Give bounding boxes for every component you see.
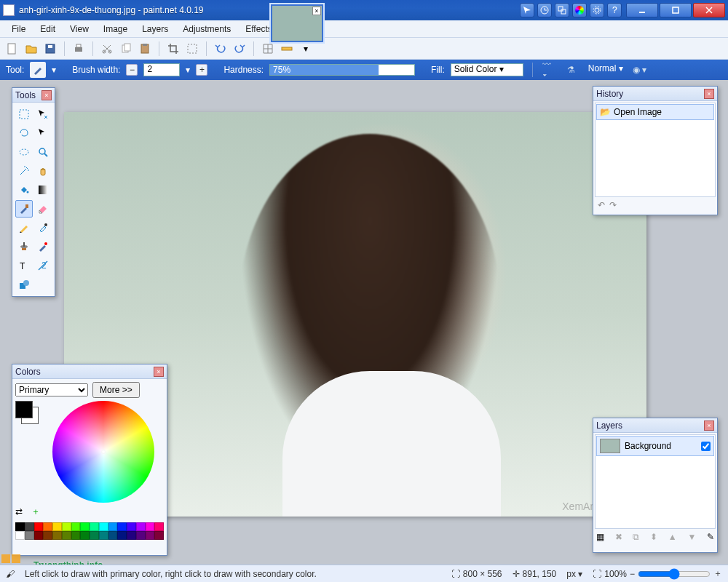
- rectangle-select-icon[interactable]: [15, 105, 33, 123]
- colors-panel[interactable]: Colors × Primary More >> ⇄ ＋: [12, 364, 167, 556]
- tools-panel-close-icon[interactable]: ×: [41, 90, 52, 100]
- color-mode-dropdown[interactable]: Primary: [15, 383, 88, 396]
- paint-bucket-icon[interactable]: [15, 181, 33, 199]
- brush-decrease-button[interactable]: −: [126, 64, 138, 76]
- menu-view[interactable]: View: [64, 22, 95, 36]
- antialias-icon[interactable]: 〰 ▾: [542, 62, 558, 78]
- pan-icon[interactable]: [34, 162, 52, 180]
- new-file-button[interactable]: [4, 41, 20, 57]
- palette-swatch[interactable]: [136, 522, 146, 531]
- dropdown-icon[interactable]: ▾: [298, 41, 314, 57]
- move-selection-icon[interactable]: [34, 105, 52, 123]
- layer-properties-icon[interactable]: ✎: [707, 532, 714, 542]
- palette-swatch[interactable]: [127, 522, 136, 531]
- help-icon[interactable]: ?: [607, 3, 622, 17]
- layers-panel-header[interactable]: Layers ×: [593, 418, 717, 433]
- palette-swatch[interactable]: [80, 522, 90, 531]
- history-panel-close-icon[interactable]: ×: [704, 89, 714, 99]
- palette-swatch[interactable]: [117, 531, 127, 540]
- active-tool-icon[interactable]: [30, 62, 46, 78]
- document-thumbnail[interactable]: ×: [271, 4, 323, 42]
- brush-dropdown-icon[interactable]: ▾: [186, 65, 190, 75]
- blend-flask-icon[interactable]: ⚗: [563, 62, 579, 78]
- color-wheel[interactable]: [52, 401, 154, 503]
- palette-swatch[interactable]: [146, 531, 155, 540]
- primary-color-swatch[interactable]: [15, 401, 33, 418]
- palette-swatch[interactable]: [25, 522, 34, 531]
- palette-swatch[interactable]: [62, 522, 71, 531]
- palette-swatch[interactable]: [43, 522, 52, 531]
- text-icon[interactable]: T: [15, 257, 33, 274]
- palette-swatch[interactable]: [90, 531, 99, 540]
- palette-swatch[interactable]: [154, 531, 164, 540]
- palette-swatch[interactable]: [71, 522, 81, 531]
- history-undo-icon[interactable]: ↶: [598, 200, 605, 210]
- layer-visible-checkbox[interactable]: [701, 442, 711, 451]
- layers-panel-close-icon[interactable]: ×: [704, 420, 714, 431]
- brush-increase-button[interactable]: +: [196, 64, 207, 76]
- color-palette[interactable]: [15, 522, 164, 540]
- palette-swatch[interactable]: [146, 522, 155, 531]
- palette-swatch[interactable]: [15, 522, 25, 531]
- zoom-out-icon[interactable]: −: [630, 569, 635, 579]
- history-list[interactable]: 📂Open Image: [595, 103, 716, 197]
- layers-list[interactable]: Background: [595, 434, 716, 529]
- tools-panel[interactable]: Tools × T2: [12, 87, 55, 297]
- grid-button[interactable]: [260, 41, 276, 57]
- ruler-button[interactable]: [279, 41, 295, 57]
- save-button[interactable]: [42, 41, 58, 57]
- palette-swatch[interactable]: [62, 531, 71, 540]
- palette-swatch[interactable]: [127, 531, 136, 540]
- zoom-slider[interactable]: [638, 570, 711, 578]
- swap-colors-icon[interactable]: ⇄: [15, 506, 27, 518]
- pencil-icon[interactable]: [15, 219, 33, 236]
- cut-button[interactable]: [99, 41, 115, 57]
- print-button[interactable]: [71, 41, 87, 57]
- lasso-select-icon[interactable]: [15, 124, 33, 142]
- palette-swatch[interactable]: [99, 531, 108, 540]
- palette-swatch[interactable]: [43, 531, 52, 540]
- history-panel-header[interactable]: History ×: [593, 87, 717, 101]
- zoom-icon[interactable]: [34, 143, 52, 161]
- deselect-button[interactable]: [184, 41, 200, 57]
- merge-layer-icon[interactable]: ⬍: [650, 532, 657, 542]
- close-document-icon[interactable]: ×: [312, 7, 321, 15]
- palette-swatch[interactable]: [71, 531, 81, 540]
- color-picker-icon[interactable]: [34, 219, 52, 236]
- minimize-button[interactable]: [626, 3, 658, 17]
- magic-wand-icon[interactable]: [15, 162, 33, 180]
- menu-edit[interactable]: Edit: [34, 22, 61, 36]
- add-color-icon[interactable]: ＋: [31, 506, 40, 518]
- history-item[interactable]: 📂Open Image: [596, 104, 714, 120]
- recolor-icon[interactable]: [34, 238, 52, 255]
- palette-swatch[interactable]: [117, 522, 127, 531]
- palette-swatch[interactable]: [90, 522, 99, 531]
- duplicate-layer-icon[interactable]: ⧉: [633, 532, 639, 542]
- blend-mode-dropdown[interactable]: Normal ▾: [585, 63, 626, 76]
- add-layer-icon[interactable]: ▦: [596, 532, 604, 542]
- clone-stamp-icon[interactable]: [15, 238, 33, 255]
- color-wheel-icon[interactable]: [572, 3, 587, 17]
- palette-swatch[interactable]: [25, 531, 34, 540]
- palette-swatch[interactable]: [99, 522, 108, 531]
- crop-button[interactable]: [165, 41, 181, 57]
- clock-icon[interactable]: [537, 3, 552, 17]
- fill-mode-dropdown[interactable]: Solid Color ▾: [451, 63, 523, 76]
- maximize-button[interactable]: [660, 3, 692, 17]
- delete-layer-icon[interactable]: ✖: [615, 532, 622, 542]
- menu-file[interactable]: File: [6, 22, 31, 36]
- menu-adjustments[interactable]: Adjustments: [177, 22, 237, 36]
- menu-layers[interactable]: Layers: [136, 22, 174, 36]
- menu-image[interactable]: Image: [98, 22, 133, 36]
- ellipse-select-icon[interactable]: [15, 143, 33, 161]
- move-down-icon[interactable]: ▼: [687, 532, 696, 542]
- eraser-icon[interactable]: [34, 200, 52, 218]
- line-icon[interactable]: 2: [34, 257, 52, 274]
- gear-icon[interactable]: [590, 3, 604, 17]
- windows-icon[interactable]: [555, 3, 569, 17]
- undo-button[interactable]: [213, 41, 229, 57]
- colors-panel-header[interactable]: Colors ×: [12, 364, 167, 379]
- gradient-icon[interactable]: [34, 181, 52, 199]
- palette-swatch[interactable]: [136, 531, 146, 540]
- palette-swatch[interactable]: [34, 522, 44, 531]
